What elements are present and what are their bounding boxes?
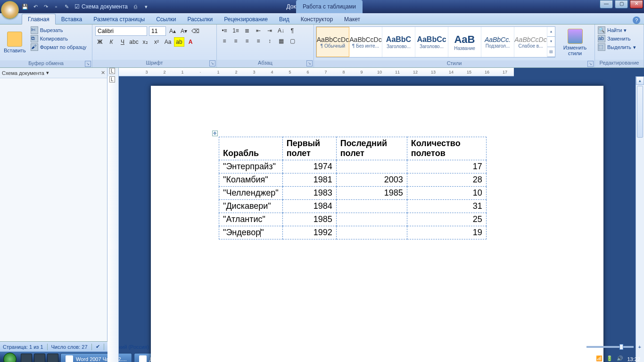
qat-save-icon[interactable]: 💾 — [21, 2, 29, 11]
select-button[interactable]: ⬚Выделить ▾ — [598, 43, 636, 51]
table-cell[interactable]: 1985 — [336, 187, 407, 200]
font-name-combo[interactable]: Calibri — [95, 26, 147, 36]
table-cell[interactable]: 25 — [407, 213, 486, 226]
show-marks-button[interactable]: ¶ — [287, 26, 297, 35]
tray-icon-1[interactable]: ⚑ — [586, 355, 593, 362]
increase-indent-button[interactable]: ⇥ — [264, 26, 275, 35]
table-cell[interactable] — [336, 226, 407, 239]
qat-docmap-toggle[interactable]: ☑ Схема документа — [73, 3, 130, 10]
status-words[interactable]: Число слов: 27 — [51, 344, 88, 350]
clipboard-dialog-launcher[interactable]: ↘ — [85, 61, 91, 67]
table-header[interactable]: Количество полетов — [407, 137, 486, 160]
table-cell[interactable]: 31 — [407, 200, 486, 213]
gallery-spin-button[interactable]: ▴ — [547, 27, 555, 37]
tab-table-layout[interactable]: Макет — [339, 14, 366, 24]
zoom-slider[interactable] — [586, 346, 634, 348]
bold-button[interactable]: Ж — [95, 37, 105, 47]
tray-network-icon[interactable]: 📶 — [596, 355, 603, 362]
table-row[interactable]: "Энтерпрайз"197417 — [219, 160, 487, 173]
table-cell[interactable] — [336, 213, 407, 226]
shading-button[interactable]: ▦ — [276, 36, 286, 46]
styles-gallery[interactable]: AaBbCcDc¶ ОбычныйAaBbCcDc¶ Без инте...Aa… — [316, 26, 555, 58]
table-cell[interactable] — [336, 200, 407, 213]
cut-button[interactable]: ✄Вырезать — [31, 26, 87, 34]
style-item[interactable]: AaBbCcЗаголово... — [415, 27, 448, 57]
table-cell[interactable] — [336, 160, 407, 173]
copy-button[interactable]: ⧉Копировать — [31, 35, 87, 42]
font-size-combo[interactable]: 11 — [149, 26, 166, 36]
table-cell[interactable]: "Эндевор" — [219, 226, 283, 239]
status-spellcheck-icon[interactable]: ✔ — [96, 344, 100, 350]
shrink-font-button[interactable]: A▾ — [179, 26, 189, 36]
qat-more-icon[interactable]: ▾ — [142, 2, 150, 11]
strike-button[interactable]: abc — [129, 37, 139, 47]
style-item[interactable]: AaBbCcDc¶ Без инте... — [349, 27, 382, 57]
document-map-dropdown[interactable]: ▾ — [46, 70, 49, 76]
style-item[interactable]: AaBbCc.Подзагол... — [481, 27, 514, 57]
tab-review[interactable]: Рецензирование — [218, 14, 273, 24]
pinned-app-2[interactable] — [34, 354, 45, 362]
font-color-button[interactable]: A — [185, 37, 196, 47]
tab-view[interactable]: Вид — [273, 14, 295, 24]
tab-references[interactable]: Ссылки — [150, 14, 182, 24]
style-item[interactable]: AaBbCcDc¶ Обычный — [316, 27, 349, 57]
qat-print-icon[interactable]: ⎙ — [132, 2, 140, 11]
table-cell[interactable]: "Энтерпрайз" — [219, 160, 283, 173]
status-page[interactable]: Страница: 1 из 1 — [3, 344, 43, 350]
table-header[interactable]: Первый полет — [282, 137, 336, 160]
table-cell[interactable]: "Коламбия" — [219, 173, 283, 187]
tab-home[interactable]: Главная — [22, 14, 56, 25]
taskbar-task[interactable]: Word 2007 Часть 2.... — [60, 353, 132, 362]
grow-font-button[interactable]: A▴ — [167, 26, 178, 36]
paragraph-dialog-launcher[interactable]: ↘ — [306, 60, 313, 66]
table-header[interactable]: Корабль — [219, 137, 283, 160]
tab-table-design[interactable]: Конструктор — [295, 14, 339, 24]
close-button[interactable]: ✕ — [630, 0, 643, 8]
document-table[interactable]: КорабльПервый полетПоследний полетКоличе… — [219, 137, 487, 239]
vertical-scrollbar[interactable]: ▴ ▾ ◂ ● ▸ — [636, 76, 644, 362]
line-spacing-button[interactable]: ↕ — [264, 36, 275, 46]
tray-battery-icon[interactable]: 🔋 — [606, 355, 614, 362]
italic-button[interactable]: К — [106, 37, 116, 47]
font-dialog-launcher[interactable]: ↘ — [209, 60, 215, 66]
table-row[interactable]: "Атлантис"198525 — [219, 213, 487, 226]
gallery-spin-button[interactable]: ▤ — [547, 47, 555, 57]
table-cell[interactable]: 19 — [407, 226, 486, 239]
minimize-button[interactable]: — — [600, 0, 613, 8]
start-button[interactable] — [0, 352, 20, 362]
multilevel-button[interactable]: ≣ — [242, 26, 252, 35]
qat-redo-icon[interactable]: ↷ — [41, 2, 50, 11]
table-cell[interactable]: 1985 — [282, 213, 336, 226]
style-item[interactable]: AaBbCcDcСлабое в... — [514, 27, 547, 57]
gallery-spin-button[interactable]: ▾ — [547, 37, 555, 47]
subscript-button[interactable]: x₂ — [140, 37, 150, 47]
zoom-in-button[interactable]: + — [638, 344, 641, 350]
document-map-close[interactable]: ✕ — [101, 70, 105, 76]
style-item[interactable]: AaBbCЗаголово... — [382, 27, 415, 57]
change-case-button[interactable]: Aa — [163, 37, 173, 47]
table-cell[interactable]: 1974 — [282, 160, 336, 173]
page-area[interactable]: ✥ КорабльПервый полетПоследний полетКоли… — [119, 76, 636, 362]
find-button[interactable]: 🔍Найти ▾ — [598, 26, 636, 34]
replace-button[interactable]: abЗаменить — [598, 35, 636, 42]
clear-formatting-button[interactable]: ⌫ — [190, 26, 200, 36]
tray-volume-icon[interactable]: 🔊 — [617, 355, 624, 362]
table-row[interactable]: "Дискавери"198431 — [219, 200, 487, 213]
scroll-thumb[interactable] — [637, 86, 643, 138]
paste-button[interactable]: Вставить — [1, 25, 29, 59]
help-button[interactable]: ? — [633, 16, 640, 24]
table-cell[interactable]: 1984 — [282, 200, 336, 213]
borders-button[interactable]: ▢ — [287, 36, 297, 46]
tray-clock[interactable]: 13:22 — [627, 356, 640, 362]
horizontal-ruler[interactable]: 321·1234567891011121314151617 — [119, 68, 514, 76]
table-cell[interactable]: 1983 — [282, 187, 336, 200]
table-cell[interactable]: 1981 — [282, 173, 336, 187]
qat-undo-icon[interactable]: ↶ — [31, 2, 40, 11]
tab-insert[interactable]: Вставка — [56, 14, 88, 24]
underline-button[interactable]: Ч — [117, 37, 128, 47]
table-cell[interactable]: 2003 — [336, 173, 407, 187]
maximize-button[interactable]: ▢ — [615, 0, 628, 8]
align-left-button[interactable]: ≡ — [219, 36, 230, 46]
sort-button[interactable]: A↓ — [276, 26, 286, 35]
table-row[interactable]: "Челленджер"1983198510 — [219, 187, 487, 200]
